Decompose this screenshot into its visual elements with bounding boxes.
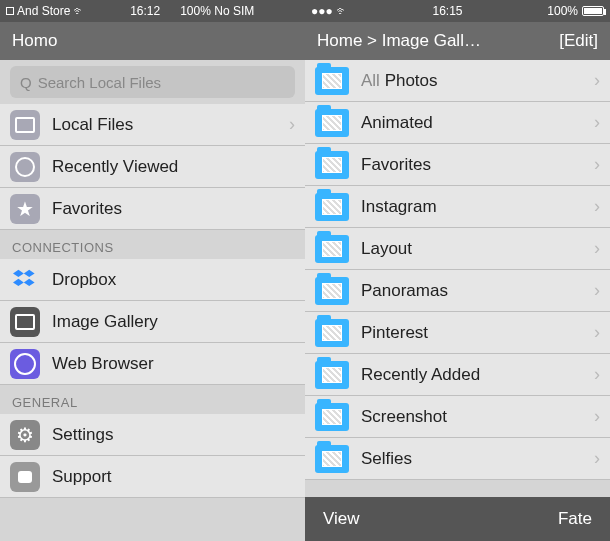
folder-icon [315, 193, 349, 221]
search-placeholder: Search Local Files [38, 74, 161, 91]
back-icon[interactable] [6, 7, 14, 15]
breadcrumb[interactable]: Home > Image Gall… [317, 31, 559, 51]
right-header: Home > Image Gall… [Edit] [305, 22, 610, 60]
folder-icon [315, 67, 349, 95]
folder-label: Instagram [361, 197, 594, 217]
battery-icon [582, 6, 604, 16]
folder-label: Recently Added [361, 365, 594, 385]
folder-icon [315, 445, 349, 473]
chevron-right-icon: › [594, 364, 600, 385]
view-button[interactable]: View [323, 509, 360, 529]
left-panel: And Store ᯤ 16:12 100% No SIM Homo Q Sea… [0, 0, 305, 541]
status-bar-right: ●●● ᯤ 16:15 100% [305, 0, 610, 22]
folder-icon [315, 277, 349, 305]
row-label: Local Files [52, 115, 289, 135]
chevron-right-icon: › [594, 154, 600, 175]
folder-label: Selfies [361, 449, 594, 469]
files-icon [10, 110, 40, 140]
folder-label: Screenshot [361, 407, 594, 427]
folder-label: Pinterest [361, 323, 594, 343]
folder-icon [315, 151, 349, 179]
row-settings[interactable]: ⚙ Settings [0, 414, 305, 456]
battery-pct: 100% [547, 4, 578, 18]
folder-label: All Photos [361, 71, 594, 91]
row-label: Settings [52, 425, 295, 445]
dropbox-icon [10, 265, 40, 295]
row-label: Dropbox [52, 270, 295, 290]
left-content: Q Search Local Files Local Files › Recen… [0, 60, 305, 541]
folder-panoramas[interactable]: Panoramas › [305, 270, 610, 312]
status-center: 100% No SIM [180, 4, 254, 18]
row-local-files[interactable]: Local Files › [0, 104, 305, 146]
status-time-right: 16:15 [348, 4, 548, 18]
folder-layout[interactable]: Layout › [305, 228, 610, 270]
chevron-right-icon: › [594, 238, 600, 259]
carrier-label: And Store [17, 4, 70, 18]
chevron-right-icon: › [594, 322, 600, 343]
folder-icon [315, 235, 349, 263]
globe-icon [10, 349, 40, 379]
edit-button[interactable]: [Edit] [559, 31, 598, 51]
row-recently-viewed[interactable]: Recently Viewed [0, 146, 305, 188]
left-header: Homo [0, 22, 305, 60]
folder-pinterest[interactable]: Pinterest › [305, 312, 610, 354]
folder-label: Panoramas [361, 281, 594, 301]
wifi-icon: ᯤ [336, 4, 348, 18]
section-connections: CONNECTIONS [0, 230, 305, 259]
section-general: GENERAL [0, 385, 305, 414]
chevron-right-icon: › [289, 114, 295, 135]
gear-icon: ⚙ [10, 420, 40, 450]
folder-screenshot[interactable]: Screenshot › [305, 396, 610, 438]
search-icon: Q [20, 74, 32, 91]
folder-label: Layout [361, 239, 594, 259]
row-label: Favorites [52, 199, 295, 219]
row-dropbox[interactable]: Dropbox [0, 259, 305, 301]
chat-icon [10, 462, 40, 492]
folder-instagram[interactable]: Instagram › [305, 186, 610, 228]
search-input[interactable]: Q Search Local Files [10, 66, 295, 98]
chevron-right-icon: › [594, 112, 600, 133]
left-title: Homo [12, 31, 293, 51]
folder-all-photos[interactable]: All Photos › [305, 60, 610, 102]
folder-label: Animated [361, 113, 594, 133]
row-label: Web Browser [52, 354, 295, 374]
folder-icon [315, 403, 349, 431]
folder-icon [315, 109, 349, 137]
chevron-right-icon: › [594, 70, 600, 91]
clock-icon [10, 152, 40, 182]
folder-selfies[interactable]: Selfies › [305, 438, 610, 480]
row-label: Support [52, 467, 295, 487]
fate-button[interactable]: Fate [558, 509, 592, 529]
row-image-gallery[interactable]: Image Gallery [0, 301, 305, 343]
chevron-right-icon: › [594, 406, 600, 427]
signal-icon: ●●● [311, 4, 333, 18]
folder-recently-added[interactable]: Recently Added › [305, 354, 610, 396]
right-panel: ●●● ᯤ 16:15 100% Home > Image Gall… [Edi… [305, 0, 610, 541]
status-bar-left: And Store ᯤ 16:12 100% No SIM [0, 0, 305, 22]
row-label: Recently Viewed [52, 157, 295, 177]
status-time: 16:12 [130, 4, 160, 18]
row-label: Image Gallery [52, 312, 295, 332]
chevron-right-icon: › [594, 196, 600, 217]
bottom-toolbar: View Fate [305, 497, 610, 541]
folder-label: Favorites [361, 155, 594, 175]
chevron-right-icon: › [594, 280, 600, 301]
gallery-icon [10, 307, 40, 337]
right-content: All Photos › Animated › Favorites › Inst… [305, 60, 610, 541]
folder-icon [315, 319, 349, 347]
chevron-right-icon: › [594, 448, 600, 469]
wifi-icon: ᯤ [73, 4, 85, 18]
folder-icon [315, 361, 349, 389]
folder-animated[interactable]: Animated › [305, 102, 610, 144]
row-web-browser[interactable]: Web Browser [0, 343, 305, 385]
folder-favorites[interactable]: Favorites › [305, 144, 610, 186]
row-support[interactable]: Support [0, 456, 305, 498]
star-icon: ★ [10, 194, 40, 224]
row-favorites[interactable]: ★ Favorites [0, 188, 305, 230]
